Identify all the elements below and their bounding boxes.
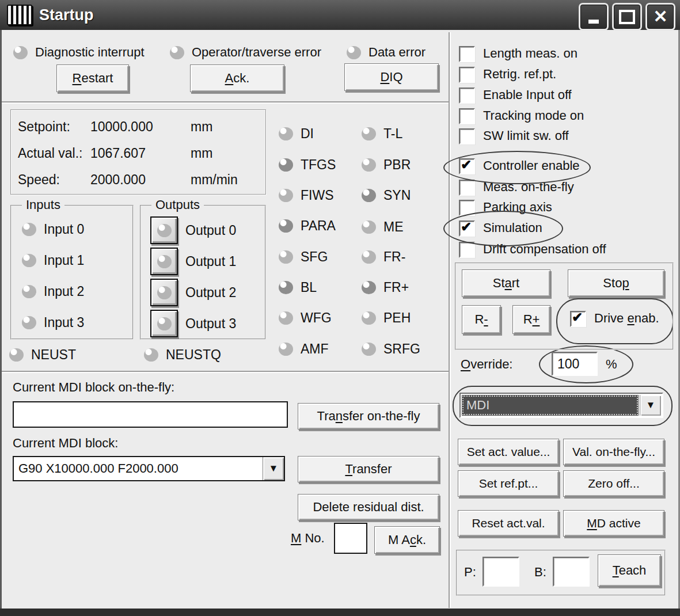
restart-button[interactable]: Restart [56, 64, 129, 92]
retrig-refpt-checkbox[interactable] [459, 67, 475, 83]
val-on-the-fly-button[interactable]: Val. on-the-fly... [563, 439, 664, 465]
sfg-led-icon [279, 250, 293, 264]
drive-enab-row: Drive enab. [570, 311, 659, 327]
me-label: ME [383, 219, 404, 235]
signal-peh-row: PEH [362, 310, 411, 326]
p-input[interactable] [483, 557, 519, 587]
mdi-block-dropdown-button[interactable]: ▼ [263, 457, 284, 480]
amf-label: AMF [301, 341, 329, 357]
checkbox-row-retrig: Retrig. ref.pt. [459, 67, 556, 83]
output3-button[interactable] [150, 310, 178, 337]
bl-label: BL [301, 280, 317, 295]
transfer-button[interactable]: Transfer [298, 456, 439, 482]
wfg-led-icon [279, 311, 293, 325]
neust-label: NEUST [31, 347, 76, 363]
r-minus-button[interactable]: R- [462, 305, 501, 334]
output1-button[interactable] [150, 248, 178, 275]
chevron-down-icon: ▼ [269, 463, 279, 474]
set-ref-pt-button[interactable]: Set ref.pt... [458, 470, 559, 497]
pbr-label: PBR [383, 157, 411, 173]
checkbox-row-length-meas: Length meas. on [459, 46, 578, 62]
length-meas-checkbox[interactable] [459, 46, 475, 62]
minimize-icon [588, 20, 599, 24]
simulation-checkbox[interactable] [459, 220, 475, 237]
input2-led-icon [22, 285, 36, 298]
set-act-value-button[interactable]: Set act. value... [458, 439, 559, 465]
maximize-button[interactable] [612, 3, 642, 31]
output0-row: Output 0 [150, 216, 236, 244]
output0-button[interactable] [150, 216, 178, 244]
teach-button[interactable]: Teach [598, 554, 661, 587]
override-unit: % [606, 357, 617, 372]
output1-label: Output 1 [185, 254, 236, 269]
ack-button[interactable]: Ack. [190, 64, 284, 92]
override-input[interactable] [552, 352, 598, 376]
checkbox-row-controller-enable: Controller enable [459, 158, 580, 174]
signal-tl-row: T-L [362, 126, 402, 142]
start-button[interactable]: Start [462, 269, 550, 297]
close-button[interactable]: ✕ [645, 3, 675, 31]
fiws-label: FIWS [301, 188, 334, 203]
mode-combobox-dropdown-button[interactable]: ▼ [640, 395, 661, 416]
meas-onfly-checkbox[interactable] [459, 180, 475, 196]
meas-onfly-label: Meas. on-the-fly [483, 180, 574, 195]
diq-button[interactable]: DIQ [344, 63, 439, 91]
maximize-icon [619, 10, 635, 24]
mode-combobox-value[interactable]: MDI [462, 395, 639, 416]
signal-para-row: PARA [279, 218, 336, 234]
stop-button[interactable]: Stop [568, 269, 664, 297]
override-label: Override: [461, 357, 512, 372]
mdi-block-value[interactable]: G90 X10000.000 F2000.000 [14, 457, 263, 480]
mdi-onfly-input[interactable] [13, 401, 288, 428]
peh-label: PEH [383, 310, 411, 326]
diagnostic-interrupt-label: Diagnostic interrupt [35, 45, 145, 60]
drive-enab-checkbox[interactable] [570, 311, 586, 327]
enable-input-off-checkbox[interactable] [459, 88, 475, 104]
status-panel: Setpoint: 10000.000 mm Actual val.: 1067… [10, 109, 266, 195]
controller-enable-checkbox[interactable] [459, 158, 475, 174]
output0-label: Output 0 [185, 223, 236, 238]
fr-plus-led-icon [362, 281, 376, 294]
m-ack-button[interactable]: M Ack. [374, 526, 440, 554]
drift-comp-off-checkbox[interactable] [459, 242, 475, 258]
mode-combobox[interactable]: MDI ▼ [459, 393, 663, 418]
minimize-button[interactable] [579, 3, 609, 31]
parking-axis-checkbox[interactable] [459, 200, 475, 216]
sw-limit-off-checkbox[interactable] [459, 128, 475, 145]
setpoint-unit: mm [191, 119, 212, 135]
zero-off-button[interactable]: Zero off... [563, 470, 664, 497]
delete-residual-button[interactable]: Delete residual dist. [298, 494, 439, 520]
tl-led-icon [362, 127, 376, 140]
signal-pbr-row: PBR [362, 157, 411, 173]
length-meas-label: Length meas. on [483, 46, 578, 61]
operator-error-label: Operator/traverse error [192, 45, 321, 60]
transfer-onfly-button[interactable]: Transfer on-the-fly [298, 403, 439, 429]
m-no-label: M No. [291, 531, 325, 546]
speed-value: 2000.000 [90, 172, 146, 188]
b-input[interactable] [553, 557, 590, 587]
output2-button[interactable] [150, 279, 178, 306]
checkbox-row-drift: Drift compensation off [459, 242, 606, 258]
mdi-block-combobox[interactable]: G90 X10000.000 F2000.000 ▼ [13, 456, 285, 481]
speed-label: Speed: [18, 172, 60, 188]
signal-fiws-row: FIWS [279, 188, 334, 203]
reset-act-val-button[interactable]: Reset act.val. [458, 510, 559, 537]
window-bottom-border [0, 609, 680, 616]
setpoint-label: Setpoint: [18, 119, 70, 135]
md-active-button[interactable]: MD active [563, 510, 664, 537]
output3-label: Output 3 [185, 316, 236, 332]
r-plus-button[interactable]: R+ [512, 305, 550, 334]
outputs-legend: Outputs [151, 197, 204, 212]
di-led-icon [279, 127, 293, 140]
controller-enable-label: Controller enable [483, 158, 580, 173]
checkbox-row-tracking: Tracking mode on [459, 108, 584, 124]
m-no-input[interactable] [334, 523, 367, 554]
output2-led-icon [157, 286, 172, 299]
fr-minus-led-icon [362, 250, 376, 264]
tracking-mode-checkbox[interactable] [459, 108, 475, 124]
bl-led-icon [279, 281, 293, 294]
diagnostic-interrupt-indicator: Diagnostic interrupt [13, 45, 145, 60]
checkbox-row-sw-limit: SW limit sw. off [459, 128, 569, 145]
signal-frminus-row: FR- [362, 249, 405, 265]
neustq-label: NEUSTQ [166, 347, 221, 363]
